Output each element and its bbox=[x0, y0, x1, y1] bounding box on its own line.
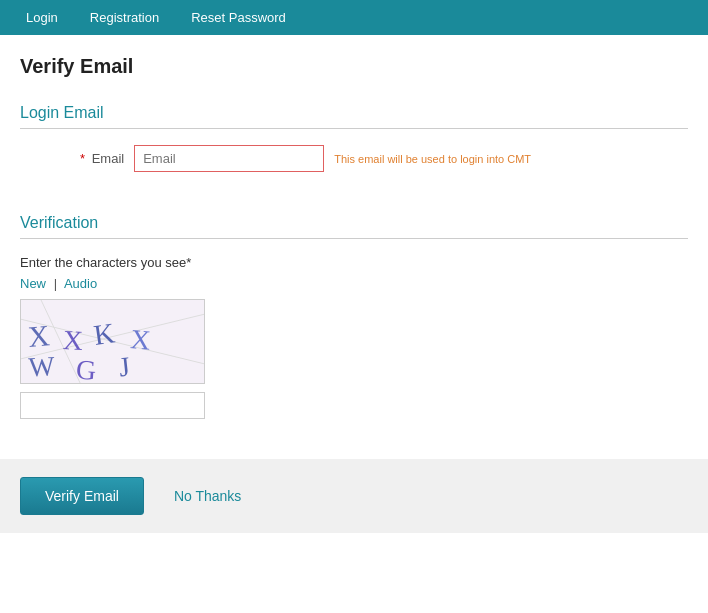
svg-text:G: G bbox=[75, 354, 97, 384]
email-label-text: Email bbox=[92, 151, 125, 166]
verification-section: Verification Enter the characters you se… bbox=[20, 204, 688, 439]
no-thanks-button[interactable]: No Thanks bbox=[174, 488, 241, 504]
svg-text:X: X bbox=[62, 324, 84, 356]
captcha-links: New | Audio bbox=[20, 276, 688, 291]
captcha-instruction-text: Enter the characters you see bbox=[20, 255, 186, 270]
verification-heading: Verification bbox=[20, 214, 688, 239]
login-email-heading: Login Email bbox=[20, 104, 688, 129]
top-navigation: Login Registration Reset Password bbox=[0, 0, 708, 35]
svg-text:X: X bbox=[27, 319, 51, 353]
captcha-instruction: Enter the characters you see* bbox=[20, 255, 688, 270]
captcha-separator: | bbox=[54, 276, 57, 291]
footer-bar: Verify Email No Thanks bbox=[0, 459, 708, 533]
captcha-image: X X K X W G J bbox=[20, 299, 205, 384]
page-title: Verify Email bbox=[20, 55, 688, 78]
main-content: Verify Email Login Email * Email This em… bbox=[0, 35, 708, 439]
email-input[interactable] bbox=[134, 145, 324, 172]
nav-registration[interactable]: Registration bbox=[74, 0, 175, 35]
email-form-row: * Email This email will be used to login… bbox=[20, 145, 688, 172]
captcha-audio-link[interactable]: Audio bbox=[64, 276, 97, 291]
svg-text:X: X bbox=[129, 323, 152, 356]
email-label: * Email bbox=[80, 151, 124, 166]
captcha-required-marker: * bbox=[186, 255, 191, 270]
email-required-marker: * bbox=[80, 151, 85, 166]
captcha-svg: X X K X W G J bbox=[21, 299, 204, 384]
captcha-new-link[interactable]: New bbox=[20, 276, 46, 291]
login-email-section: Login Email * Email This email will be u… bbox=[20, 94, 688, 204]
nav-reset-password[interactable]: Reset Password bbox=[175, 0, 302, 35]
verify-email-button[interactable]: Verify Email bbox=[20, 477, 144, 515]
svg-text:W: W bbox=[28, 350, 57, 382]
captcha-input[interactable] bbox=[20, 392, 205, 419]
nav-login[interactable]: Login bbox=[10, 0, 74, 35]
email-hint: This email will be used to login into CM… bbox=[334, 153, 531, 165]
